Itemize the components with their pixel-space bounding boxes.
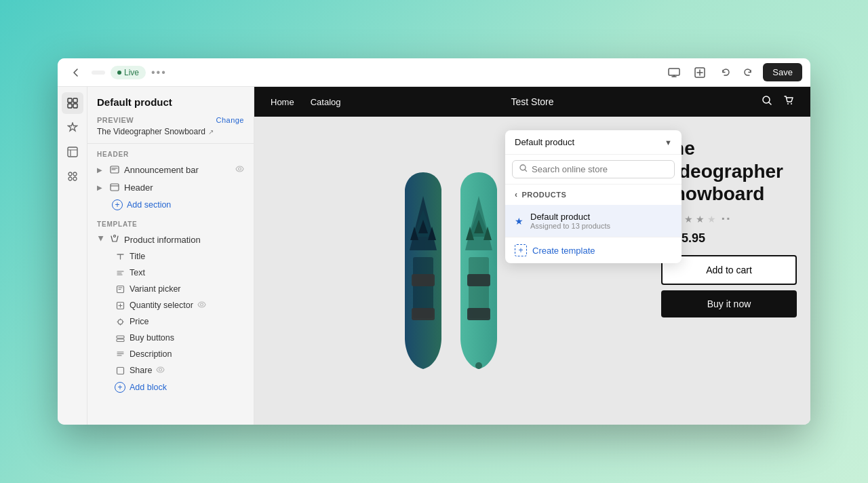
nav-home[interactable]: Home — [271, 97, 294, 107]
products-nav-label: PRODUCTS — [522, 191, 567, 199]
preview-area: Home Catalog Test Store — [254, 87, 810, 425]
announcement-icon — [109, 164, 120, 175]
header-icon — [109, 182, 120, 193]
chevron-down-icon: ▼ — [665, 138, 672, 147]
undo-button[interactable] — [715, 62, 736, 83]
svg-point-25 — [791, 103, 792, 104]
back-arrow-icon[interactable]: ‹ — [515, 190, 518, 199]
quantity-visibility-icon[interactable] — [197, 301, 206, 310]
quantity-label: Quantity selector — [130, 301, 193, 310]
expand-arrow-product: ▶ — [98, 235, 105, 244]
editor-window: Live ••• — [58, 58, 810, 425]
dropdown-item-text: Default product Assigned to 13 products — [530, 212, 672, 230]
tree-item-product-info[interactable]: ▶ Product information — [87, 231, 254, 248]
svg-rect-3 — [73, 98, 77, 102]
add-to-cart-button[interactable]: Add to cart — [661, 255, 797, 285]
tree-child-quantity[interactable]: Quantity selector — [87, 297, 254, 313]
header-label: Header — [124, 182, 244, 193]
svg-point-18 — [118, 320, 123, 324]
star-3: ★ — [684, 214, 693, 225]
svg-point-24 — [787, 103, 789, 104]
share-label: Share — [130, 366, 152, 375]
search-icon[interactable] — [762, 95, 772, 109]
store-name: Test Store — [511, 96, 553, 107]
tree-child-text[interactable]: Text — [87, 265, 254, 281]
create-template-item[interactable]: + Create template — [505, 237, 682, 263]
search-icon — [519, 164, 528, 174]
change-button[interactable]: Change — [216, 116, 244, 124]
more-options-icon[interactable]: ••• — [151, 66, 167, 79]
text-label: Text — [130, 268, 145, 277]
template-section-label: TEMPLATE — [87, 214, 254, 231]
tree-child-title[interactable]: Title — [87, 248, 254, 265]
undo-redo-group — [715, 62, 757, 83]
title-icon — [115, 251, 125, 262]
top-bar: Live ••• — [58, 58, 810, 87]
svg-rect-4 — [68, 104, 72, 108]
tree-child-buy-buttons[interactable]: Buy buttons — [87, 330, 254, 346]
svg-rect-21 — [117, 367, 123, 374]
left-panel: Default product PREVIEW Change The Video… — [87, 87, 254, 425]
search-inner — [512, 160, 675, 178]
dropdown-search-area — [505, 155, 682, 185]
announcement-label: Announcement bar — [124, 165, 231, 175]
create-template-icon: + — [515, 244, 527, 256]
panel-title: Default product — [87, 87, 254, 113]
svg-rect-32 — [412, 274, 435, 286]
tree-child-share[interactable]: Share — [87, 362, 254, 379]
top-bar-right: Save — [664, 62, 802, 83]
highlight-icon[interactable] — [690, 62, 710, 83]
create-template-label: Create template — [532, 246, 595, 256]
quantity-selector-icon — [115, 300, 125, 311]
share-icon — [115, 365, 125, 376]
svg-rect-40 — [467, 274, 490, 286]
main-area: Default product PREVIEW Change The Video… — [58, 87, 810, 425]
description-label: Description — [130, 349, 172, 359]
preview-section: PREVIEW Change The Videographer Snowboar… — [87, 113, 254, 144]
product-template-dropdown: Default product ▼ — [505, 130, 682, 263]
add-section-button[interactable]: + Add section — [87, 196, 254, 214]
expand-arrow-header: ▶ — [97, 184, 105, 191]
svg-rect-41 — [467, 308, 490, 320]
search-input[interactable] — [532, 164, 667, 174]
svg-point-8 — [73, 172, 77, 176]
sidebar-icon-sections[interactable] — [62, 92, 83, 114]
preview-label: PREVIEW Change — [97, 116, 244, 124]
tree-child-variant-picker[interactable]: Variant picker — [87, 281, 254, 297]
sidebar-icon-theme[interactable] — [62, 141, 83, 163]
dropdown-item-title: Default product — [530, 212, 672, 222]
star-5: ★ — [707, 214, 716, 225]
dropdown-trigger[interactable]: Default product ▼ — [505, 130, 682, 155]
star-4: ★ — [696, 214, 705, 225]
buy-now-button[interactable]: Buy it now — [661, 290, 797, 317]
redo-button[interactable] — [737, 62, 757, 83]
snowboard-1 — [399, 169, 447, 372]
back-button[interactable] — [66, 62, 86, 83]
product-stars: ★ ★ ★ ★ ★ ▪ ▪ — [661, 214, 797, 225]
desktop-view-icon[interactable] — [664, 62, 684, 83]
svg-point-42 — [475, 362, 482, 369]
external-link-icon[interactable]: ↗ — [208, 128, 214, 136]
default-product-item[interactable]: ★ Default product Assigned to 13 product… — [505, 205, 682, 237]
sidebar-icon-customize[interactable] — [62, 117, 83, 138]
cart-icon[interactable] — [783, 95, 794, 109]
sidebar-icon-apps[interactable] — [62, 166, 83, 187]
tree-child-description[interactable]: Description — [87, 346, 254, 362]
add-block-button[interactable]: + Add block — [87, 379, 254, 396]
share-visibility-icon[interactable] — [156, 366, 165, 375]
svg-point-12 — [239, 168, 241, 170]
svg-rect-5 — [73, 104, 77, 108]
store-icons — [762, 95, 794, 109]
dropdown-item-subtitle: Assigned to 13 products — [530, 222, 672, 230]
svg-rect-6 — [68, 147, 77, 157]
svg-rect-13 — [111, 184, 119, 191]
save-button[interactable]: Save — [763, 63, 802, 81]
nav-catalog[interactable]: Catalog — [311, 97, 341, 107]
announcement-visibility-icon[interactable] — [235, 165, 244, 174]
live-badge: Live — [111, 66, 146, 79]
tree-item-header[interactable]: ▶ Header — [87, 178, 254, 196]
preview-product: The Videographer Snowboard ↗ — [97, 127, 244, 136]
review-count: ▪ ▪ — [722, 214, 730, 225]
tree-child-price[interactable]: Price — [87, 313, 254, 330]
tree-item-announcement[interactable]: ▶ Announcement bar — [87, 161, 254, 178]
